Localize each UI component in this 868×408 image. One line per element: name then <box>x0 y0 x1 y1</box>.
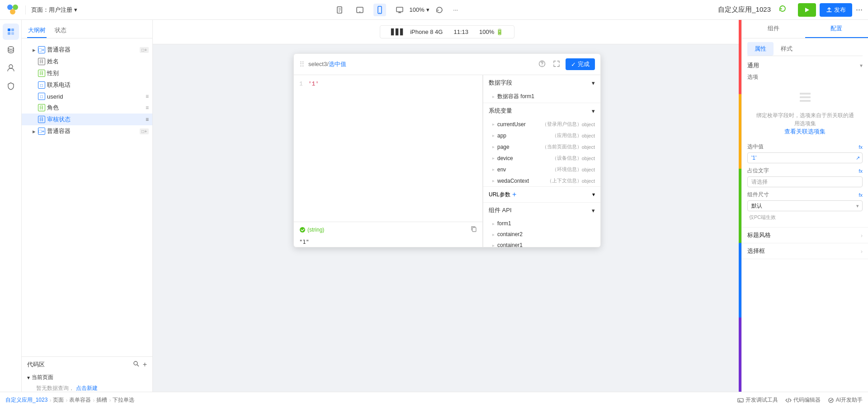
expr-code-area[interactable]: 1'1' <box>294 75 482 222</box>
ai-dev-btn[interactable]: AI开发助手 <box>828 396 863 404</box>
sysvar-device[interactable]: ▸ device （设备信息） object <box>483 152 600 164</box>
sysvar-weda[interactable]: ▸ wedaContext （上下文信息） object <box>483 175 600 186</box>
tree-item-audit-status[interactable]: 目 审核状态 ≡ <box>22 114 152 125</box>
right-subtab-style[interactable]: 样式 <box>774 42 800 56</box>
api-container2[interactable]: ▸ container2 <box>483 229 600 240</box>
tree-item-phone[interactable]: □ 联系电话 <box>22 79 152 91</box>
phone-bar: ▋▋▋ iPhone 8 4G 11:13 100% 🔋 <box>153 20 741 44</box>
selected-value-input[interactable] <box>747 152 863 163</box>
sysvar-page[interactable]: ▸ page （当前页面信息） object <box>483 141 600 152</box>
tree-label-name: 姓名 <box>47 57 149 66</box>
sys-vars-header[interactable]: 系统变量 ▾ <box>483 103 600 119</box>
title-style-chevron: › <box>861 232 863 239</box>
title-style-link[interactable]: 标题风格 › <box>742 228 868 243</box>
refresh-icon[interactable] <box>433 4 446 16</box>
sidebar-users-icon[interactable] <box>3 60 19 76</box>
drag-handle[interactable]: ⠿ <box>299 60 305 69</box>
expand-selected-value[interactable]: ↗ <box>856 155 860 161</box>
breadcrumb-select[interactable]: 下拉单选 <box>113 396 134 404</box>
tree-expand-container1[interactable]: ▸ <box>31 47 37 53</box>
breadcrumb-app[interactable]: 自定义应用_1023 <box>5 396 47 404</box>
data-form1-item[interactable]: ▸ 数据容器 form1 <box>483 90 600 103</box>
api-form1[interactable]: ▸ form1 <box>483 218 600 229</box>
breadcrumb-form[interactable]: 表单容器 <box>69 396 91 404</box>
publish-button[interactable]: 发布 <box>820 3 852 17</box>
svg-point-7 <box>379 12 380 13</box>
general-expand[interactable]: ▾ <box>860 62 863 69</box>
sysvar-app[interactable]: ▸ app （应用信息） object <box>483 130 600 141</box>
option-link[interactable]: 查看关联选项集 <box>784 128 826 136</box>
placeholder-input[interactable] <box>747 176 863 187</box>
desktop-icon[interactable] <box>393 4 406 16</box>
placeholder-label: 占位文字 fx <box>747 167 863 175</box>
code-add-icon[interactable]: + <box>143 361 147 369</box>
sys-vars-label: 系统变量 <box>489 107 512 115</box>
code-editor-label: 代码编辑器 <box>793 396 821 404</box>
top-bar-divider <box>25 5 26 14</box>
expand-icon[interactable] <box>551 58 562 69</box>
form1-label: 数据容器 form1 <box>497 93 595 100</box>
url-params-header[interactable]: URL参数 + ▾ <box>483 187 600 202</box>
placeholder-fx[interactable]: fx <box>859 168 863 174</box>
color-bar <box>739 20 741 392</box>
code-search-icon[interactable] <box>133 361 139 369</box>
more-options-icon[interactable]: ··· <box>449 4 462 16</box>
tree-item-container1[interactable]: ▸ □+ 普通容器 □+ <box>22 44 152 56</box>
bottom-bar: 自定义应用_1023 › 页面 › 表单容器 › 插槽 › 下拉单选 开发调试工… <box>0 392 868 408</box>
tab-outline[interactable]: 大纲树 <box>27 24 47 38</box>
zoom-arrow: ▾ <box>426 6 429 13</box>
size-select[interactable]: 默认 小 大 <box>747 200 863 211</box>
breadcrumb-slot[interactable]: 插槽 <box>96 396 107 404</box>
right-tab-component[interactable]: 组件 <box>742 20 805 38</box>
dev-tools-btn[interactable]: 开发调试工具 <box>737 396 778 404</box>
file-icon[interactable] <box>334 4 346 16</box>
right-subtab-props[interactable]: 属性 <box>747 42 774 56</box>
tree-item-role[interactable]: 目 角色 ≡ <box>22 102 152 114</box>
tab-state[interactable]: 状态 <box>54 24 67 38</box>
data-fields-section: 数据字段 ▾ ▸ 数据容器 form1 <box>483 75 600 103</box>
tree-item-gender[interactable]: 目 性别 <box>22 67 152 79</box>
battery-display: 100% 🔋 <box>479 28 503 35</box>
placeholder-input-wrap <box>747 176 863 187</box>
code-editor-btn[interactable]: 代码编辑器 <box>785 396 821 404</box>
url-add-icon[interactable]: + <box>512 190 516 199</box>
url-params-section: URL参数 + ▾ <box>483 187 600 203</box>
breadcrumb-sep2: › <box>66 397 67 403</box>
select-frame-link[interactable]: 选择框 › <box>742 243 868 259</box>
sidebar-data-icon[interactable] <box>3 42 19 58</box>
right-tab-config[interactable]: 配置 <box>805 20 868 38</box>
breadcrumb-page[interactable]: 页面 <box>53 396 64 404</box>
data-fields-header[interactable]: 数据字段 ▾ <box>483 75 600 90</box>
left-panel-tabs: 大纲树 状态 <box>22 20 152 38</box>
code-area-actions: + <box>133 361 147 369</box>
create-link[interactable]: 点击新建 <box>76 385 98 391</box>
api-container1[interactable]: ▸ container1 <box>483 240 600 247</box>
zoom-control[interactable]: 100% ▾ <box>410 6 429 13</box>
component-api-header[interactable]: 组件 API ▾ <box>483 203 600 218</box>
tree-item-name[interactable]: 目 姓名 <box>22 56 152 67</box>
top-bar-more-icon[interactable]: ··· <box>856 5 863 14</box>
tree-item-container2[interactable]: ▸ □+ 普通容器 □+ <box>22 125 152 137</box>
right-section-general: 通用 ▾ 选项 绑定枚举字段时，选项来自于所关联的通用选项集 查看关联选项集 选… <box>742 56 868 228</box>
current-page-item[interactable]: ▾ 当前页面 <box>27 372 147 383</box>
phone-icon[interactable] <box>373 4 386 16</box>
tree-item-userid[interactable]: □ userid ≡ <box>22 91 152 102</box>
help-icon[interactable] <box>537 58 547 69</box>
zoom-value: 100% <box>410 6 425 13</box>
svg-point-16 <box>134 361 137 365</box>
copy-icon[interactable] <box>471 226 477 233</box>
sysvar-env[interactable]: ▸ env （环境信息） object <box>483 164 600 175</box>
sysvar-currentuser[interactable]: ▸ currentUser （登录用户信息） object <box>483 119 600 130</box>
sidebar-pages-icon[interactable] <box>3 24 19 40</box>
selected-value-fx[interactable]: fx <box>859 144 863 150</box>
tablet-icon[interactable] <box>354 4 366 16</box>
app-logo[interactable] <box>5 3 20 17</box>
svg-rect-12 <box>8 32 10 35</box>
sidebar-security-icon[interactable] <box>3 78 19 94</box>
run-button[interactable] <box>798 3 816 17</box>
page-selector[interactable]: 页面：用户注册 ▾ <box>31 6 77 14</box>
tree-expand-container2[interactable]: ▸ <box>31 128 37 134</box>
size-fx[interactable]: fx <box>859 192 863 198</box>
complete-button[interactable]: ✓ 完成 <box>566 58 595 70</box>
expr-modal-header-actions: ✓ 完成 <box>537 58 595 70</box>
